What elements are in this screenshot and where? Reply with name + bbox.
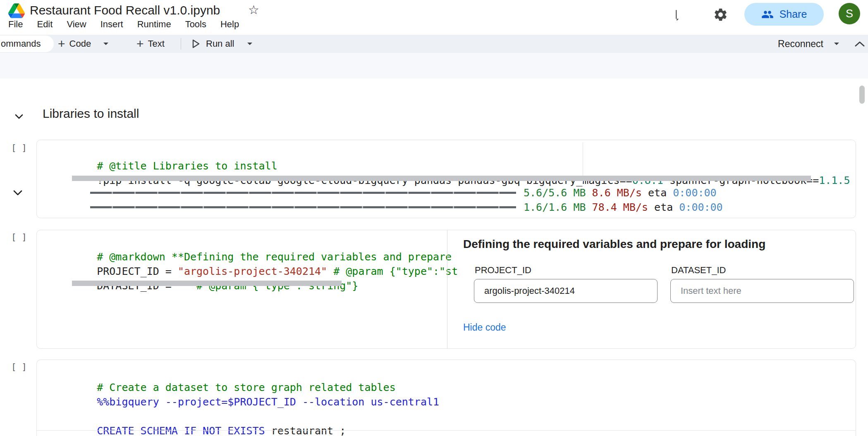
toolbar-right: Reconnect [778, 35, 865, 53]
code-line: DATASET_ID = "" # @param {"type":"string… [72, 264, 358, 279]
comments-icon[interactable] [674, 8, 689, 23]
code-line: PROJECT_ID = "argolis-project-340214" # … [72, 250, 458, 264]
cell1-run-gutter[interactable]: [ ] [11, 143, 27, 153]
horizontal-scrollbar[interactable] [72, 176, 811, 181]
code-cell-install[interactable]: # @title Libraries to install !pip insta… [36, 140, 856, 218]
eta-label: eta [642, 187, 673, 199]
download-speed: 8.6 MB/s [592, 187, 642, 199]
share-label: Share [780, 8, 807, 20]
cell2-run-gutter[interactable]: [ ] [11, 232, 27, 242]
toolbar: ommands + Code + Text Run all Reconnect [0, 35, 868, 53]
code-line: # @markdown **Defining the required vari… [72, 235, 452, 250]
code-line: # @title Libraries to install [72, 144, 277, 159]
run-all-button[interactable]: Run all [192, 35, 253, 53]
code-version: 1.1.5 [819, 174, 850, 186]
menu-edit[interactable]: Edit [37, 19, 53, 30]
reconnect-button[interactable]: Reconnect [778, 38, 823, 50]
download-speed: 78.4 MB/s [592, 201, 648, 213]
output-line: 1.6/1.6 MB 78.4 MB/s eta 0:00:00 [90, 200, 723, 214]
star-icon[interactable]: ☆ [248, 2, 259, 17]
menu-insert[interactable]: Insert [100, 19, 123, 30]
drive-logo-icon [8, 3, 25, 18]
download-size: 1.6/1.6 MB [524, 201, 586, 213]
chevron-down-icon[interactable] [103, 42, 109, 46]
commands-button[interactable]: ommands [0, 36, 54, 52]
avatar-letter: S [846, 7, 853, 20]
horizontal-scrollbar[interactable] [72, 281, 342, 286]
section-collapse-chevron-icon[interactable] [15, 114, 23, 119]
code-line: %%bigquery --project=$PROJECT_ID --locat… [72, 380, 439, 395]
output-collapse-chevron-icon[interactable] [13, 190, 22, 195]
header: Restaurant Food Recall v1.0.ipynb ☆ Shar… [0, 0, 868, 35]
notebook-title[interactable]: Restaurant Food Recall v1.0.ipynb [30, 2, 220, 18]
code-cell-create-schema[interactable]: # Create a dataset to store graph relate… [36, 360, 856, 436]
settings-gear-icon[interactable] [713, 7, 728, 22]
output-line: 5.6/5.6 MB 8.6 MB/s eta 0:00:00 [90, 186, 717, 200]
add-text-button[interactable]: + Text [136, 35, 165, 53]
eta-value: 0:00:00 [679, 201, 722, 213]
plus-icon: + [136, 35, 144, 53]
people-icon [761, 8, 774, 21]
menu-bar: File Edit View Insert Runtime Tools Help [8, 19, 239, 30]
add-text-label: Text [148, 38, 165, 49]
share-button[interactable]: Share [744, 3, 824, 26]
code-line: CREATE SCHEMA IF NOT EXISTS restaurant ; [72, 409, 346, 424]
dataset-id-label: DATASET_ID [671, 265, 726, 276]
toolbar-divider [181, 38, 181, 50]
section-heading[interactable]: Libraries to install [43, 107, 139, 121]
project-id-input[interactable] [474, 279, 658, 303]
chevron-down-icon[interactable] [833, 42, 840, 46]
menu-view[interactable]: View [67, 19, 86, 30]
play-icon [192, 39, 200, 48]
hide-code-link[interactable]: Hide code [463, 322, 506, 333]
plus-icon: + [58, 35, 65, 53]
dataset-id-input[interactable] [670, 279, 854, 303]
code-magic: %%bigquery --project=$PROJECT_ID --locat… [97, 396, 439, 408]
params-form-pane: Defining the required variables and prep… [447, 230, 856, 348]
menu-tools[interactable]: Tools [185, 19, 206, 30]
progress-bar [90, 192, 516, 194]
menu-runtime[interactable]: Runtime [137, 19, 171, 30]
form-heading: Defining the required variables and prep… [463, 238, 765, 251]
commands-label: ommands [1, 38, 41, 49]
avatar[interactable]: S [839, 3, 860, 24]
chevron-down-icon[interactable] [246, 42, 253, 46]
cell-output-divider [37, 430, 856, 431]
code-cell-params[interactable]: # @markdown **Defining the required vari… [36, 230, 856, 349]
menu-file[interactable]: File [8, 19, 23, 30]
collapse-toolbar-chevron-up-icon[interactable] [855, 41, 865, 47]
download-size: 5.6/5.6 MB [524, 187, 586, 199]
progress-bar [90, 206, 516, 208]
code-line: # Create a dataset to store graph relate… [72, 366, 396, 380]
add-code-label: Code [69, 38, 91, 49]
add-code-button[interactable]: + Code [58, 35, 109, 53]
run-all-label: Run all [206, 38, 234, 49]
eta-value: 0:00:00 [673, 187, 716, 199]
project-id-label: PROJECT_ID [475, 265, 531, 276]
eta-label: eta [648, 201, 679, 213]
menu-help[interactable]: Help [220, 19, 239, 30]
background-strip [0, 53, 868, 79]
code-line: !pip install -q google-colab google-clou… [72, 159, 850, 173]
page-vertical-scrollbar[interactable] [859, 86, 865, 104]
cell3-run-gutter[interactable]: [ ] [11, 362, 27, 372]
